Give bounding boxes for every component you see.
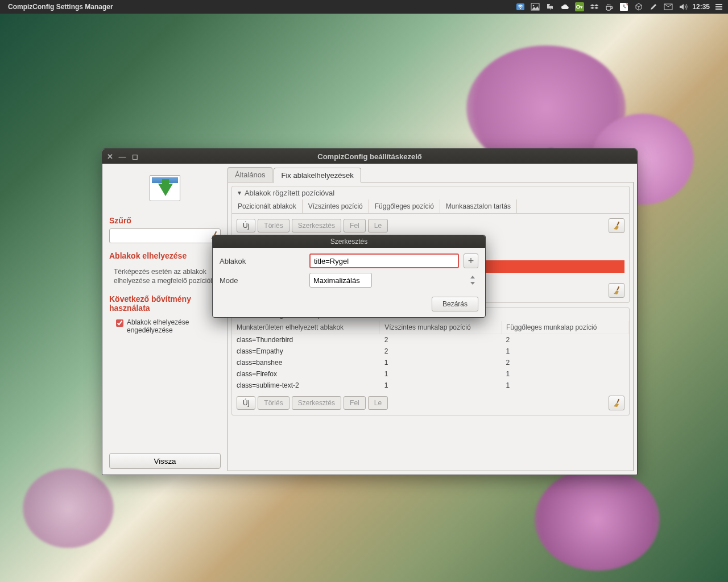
mail-icon[interactable] xyxy=(664,2,673,11)
down-button-2: Le xyxy=(368,396,388,410)
svg-point-4 xyxy=(577,5,580,8)
filter-heading: Szűrő xyxy=(109,216,221,225)
key-icon[interactable] xyxy=(575,2,584,11)
col-vpos[interactable]: Függőleges munkalap pozíció xyxy=(502,321,629,334)
table-row[interactable]: class=Empathy21 xyxy=(232,346,629,357)
svg-rect-11 xyxy=(617,222,619,226)
svg-rect-9 xyxy=(715,9,722,10)
active-app-title: CompizConfig Settings Manager xyxy=(8,3,113,11)
edit-button: Szerkesztés xyxy=(292,219,341,232)
group-fixed-viewport: ▼ Ablakok rögzített nézőponttal Munkater… xyxy=(231,307,630,415)
session-icon[interactable] xyxy=(714,2,723,11)
reset-button-2[interactable] xyxy=(609,283,624,298)
pencil-icon[interactable] xyxy=(649,2,658,11)
top-panel: CompizConfig Settings Manager xyxy=(0,0,728,14)
reset-button[interactable] xyxy=(609,218,624,233)
puzzle-icon[interactable] xyxy=(545,2,555,11)
close-button[interactable]: Bezárás xyxy=(432,297,478,311)
enable-plugin-label: Ablakok elhelyezése engedélyezése xyxy=(127,318,221,334)
tab-general[interactable]: Általános xyxy=(228,167,272,182)
subtab-vertical[interactable]: Függőleges pozíció xyxy=(369,199,440,213)
main-tabs: Általános Fix ablakelhelyezések xyxy=(228,167,634,182)
back-button[interactable]: Vissza xyxy=(109,453,221,469)
close-icon[interactable]: ✕ xyxy=(106,152,114,160)
coffee-icon[interactable] xyxy=(605,2,614,11)
svg-rect-12 xyxy=(617,286,619,290)
content: Általános Fix ablakelhelyezések ▼ Ablako… xyxy=(228,164,637,475)
svg-point-1 xyxy=(520,8,521,9)
package-icon[interactable] xyxy=(634,2,643,11)
svg-rect-13 xyxy=(617,399,619,403)
col-windows[interactable]: Munkaterületen elhelyezett ablakok xyxy=(232,321,380,334)
table-row[interactable]: class=Thunderbird22 xyxy=(232,334,629,346)
add-match-button[interactable]: + xyxy=(464,253,478,268)
subtab-horizontal[interactable]: Vízszintes pozíció xyxy=(303,199,369,213)
col-hpos[interactable]: Vízszintes munkalap pozíció xyxy=(380,321,502,334)
table-row[interactable]: class=sublime-text-211 xyxy=(232,380,629,391)
viewport-table[interactable]: Munkaterületen elhelyezett ablakok Vízsz… xyxy=(232,321,629,391)
svg-rect-7 xyxy=(715,4,722,5)
down-button: Le xyxy=(368,219,388,232)
filter-input[interactable] xyxy=(109,228,221,243)
svg-point-3 xyxy=(533,5,535,7)
collapse-icon: ▼ xyxy=(237,190,242,196)
plugin-icon xyxy=(150,175,180,201)
table-row[interactable]: class=banshee12 xyxy=(232,357,629,368)
section-desc: Térképezés esetén az ablakok elhelyezése… xyxy=(109,264,221,289)
cloud-icon[interactable] xyxy=(560,2,569,11)
windows-label: Ablakok xyxy=(220,257,305,265)
minimize-icon[interactable]: — xyxy=(118,152,126,160)
edit-button-2: Szerkesztés xyxy=(292,396,341,410)
subtab-positioned[interactable]: Pozicionált ablakok xyxy=(232,199,303,213)
group-fixed-position-header[interactable]: ▼ Ablakok rögzített pozícióval xyxy=(232,186,629,199)
next-plugin-heading: Következő bővítmény használata xyxy=(109,294,221,313)
wifi-icon[interactable] xyxy=(516,2,525,11)
subtabs: Pozicionált ablakok Vízszintes pozíció F… xyxy=(232,199,629,214)
dialog-title[interactable]: Szerkesztés xyxy=(213,235,485,248)
enable-plugin-checkbox[interactable] xyxy=(116,319,123,327)
window-titlebar[interactable]: ✕ — ◻ CompizConfig beállításkezelő xyxy=(102,149,637,164)
clock-alert-icon[interactable] xyxy=(619,2,628,11)
maximize-icon[interactable]: ◻ xyxy=(131,152,139,160)
volume-icon[interactable] xyxy=(679,2,688,11)
new-button[interactable]: Új xyxy=(237,219,255,232)
mode-select[interactable]: Maximalizálás xyxy=(309,273,372,288)
delete-button-2: Törlés xyxy=(258,396,289,410)
enable-plugin-row[interactable]: Ablakok elhelyezése engedélyezése xyxy=(109,316,221,334)
sidebar: Szűrő Ablakok elhelyezése Térképezés ese… xyxy=(102,164,228,475)
tray-icons xyxy=(516,2,688,11)
section-heading: Ablakok elhelyezése xyxy=(109,251,221,260)
delete-button: Törlés xyxy=(258,219,289,232)
windows-input[interactable] xyxy=(309,253,459,268)
window-title: CompizConfig beállításkezelő xyxy=(317,152,421,161)
table-row[interactable]: class=Firefox11 xyxy=(232,368,629,380)
dropbox-icon[interactable] xyxy=(590,2,599,11)
clock[interactable]: 12:35 xyxy=(692,3,710,11)
up-button-2: Fel xyxy=(344,396,366,410)
mode-label: Mode xyxy=(220,276,305,285)
svg-rect-8 xyxy=(715,6,722,7)
edit-dialog: Szerkesztés Ablakok + Mode Maximalizálás… xyxy=(212,235,486,318)
up-button: Fel xyxy=(344,219,366,232)
image-icon[interactable] xyxy=(531,2,540,11)
subtab-keep-on-desktop[interactable]: Munkaasztalon tartás xyxy=(440,199,517,213)
new-button-2[interactable]: Új xyxy=(237,396,255,410)
reset-button-3[interactable] xyxy=(609,396,624,410)
tab-fixed-placement[interactable]: Fix ablakelhelyezések xyxy=(274,168,361,182)
